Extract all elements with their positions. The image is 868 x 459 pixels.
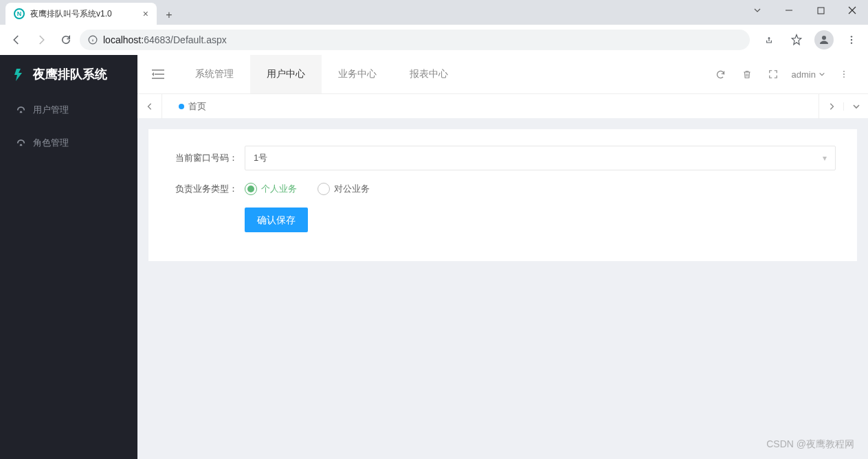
row-business-type: 负责业务类型： 个人业务 对公业务: [169, 183, 836, 195]
topnav-reports[interactable]: 报表中心: [393, 55, 465, 93]
collapse-sidebar-button[interactable]: [137, 69, 179, 80]
dashboard-icon: [15, 104, 26, 115]
topnav-system[interactable]: 系统管理: [179, 55, 250, 93]
svg-point-8: [851, 42, 852, 43]
address-bar[interactable]: localhost:64683/Default.aspx: [80, 30, 750, 50]
tabs-dropdown[interactable]: [843, 102, 868, 111]
new-tab-button[interactable]: +: [159, 5, 179, 25]
browser-chrome: N 夜鹰排队叫号系统v1.0 × +: [0, 0, 868, 55]
profile-button[interactable]: [813, 29, 835, 51]
label-window: 当前窗口号码：: [169, 152, 245, 164]
favicon-icon: N: [14, 8, 25, 19]
topbar: 系统管理 用户中心 业务中心 报表中心 admin: [137, 55, 868, 93]
kebab-menu-icon[interactable]: [841, 29, 863, 51]
trash-button[interactable]: [734, 55, 760, 93]
svg-point-14: [843, 76, 845, 78]
address-row: localhost:64683/Default.aspx: [0, 25, 868, 55]
bookmark-icon[interactable]: [786, 29, 808, 51]
sidebar-item-label: 角色管理: [33, 137, 69, 149]
close-window-button[interactable]: [836, 0, 868, 21]
svg-point-7: [851, 39, 852, 41]
dropdown-icon[interactable]: [742, 0, 773, 21]
svg-point-13: [843, 74, 845, 75]
watermark: CSDN @夜鹰教程网: [766, 438, 854, 451]
logo-icon: [12, 67, 26, 81]
row-submit: 确认保存: [169, 208, 836, 232]
radio-personal[interactable]: 个人业务: [245, 183, 297, 195]
dashboard-icon: [15, 137, 26, 148]
form-panel: 当前窗口号码： 1号 ▾ 负责业务类型： 个人业: [148, 129, 857, 261]
close-icon[interactable]: ×: [143, 8, 148, 19]
topnav-business[interactable]: 业务中心: [322, 55, 393, 93]
user-menu[interactable]: admin: [786, 69, 831, 80]
svg-rect-1: [818, 8, 824, 14]
page-tabs: 首页: [137, 93, 868, 118]
sidebar-item-roles[interactable]: 角色管理: [0, 126, 137, 159]
radio-corporate[interactable]: 对公业务: [318, 183, 370, 195]
refresh-button[interactable]: [708, 55, 734, 93]
sidebar-item-label: 用户管理: [33, 104, 69, 116]
maximize-button[interactable]: [805, 0, 836, 21]
sidebar: 夜鹰排队系统 用户管理 角色管理: [0, 55, 137, 459]
logo: 夜鹰排队系统: [0, 55, 137, 93]
site-info-icon[interactable]: [88, 35, 98, 45]
page-tab-home[interactable]: 首页: [173, 100, 212, 113]
tabs-scroll-right[interactable]: [819, 94, 843, 119]
share-icon[interactable]: [758, 29, 780, 51]
top-nav: 系统管理 用户中心 业务中心 报表中心: [179, 55, 465, 93]
tab-strip: N 夜鹰排队叫号系统v1.0 × +: [0, 0, 868, 25]
more-button[interactable]: [831, 55, 857, 93]
tab-title: 夜鹰排队叫号系统v1.0: [30, 8, 137, 20]
radio-icon: [245, 183, 257, 195]
active-dot-icon: [179, 104, 184, 109]
forward-button[interactable]: [30, 29, 52, 51]
biz-radio-group: 个人业务 对公业务: [245, 183, 836, 195]
svg-point-12: [843, 71, 845, 72]
url-text: localhost:64683/Default.aspx: [103, 34, 227, 45]
radio-icon: [318, 183, 330, 195]
main-area: 系统管理 用户中心 业务中心 报表中心 admin: [137, 55, 868, 459]
window-number-select[interactable]: 1号 ▾: [245, 146, 836, 170]
submit-button[interactable]: 确认保存: [245, 208, 308, 232]
chevron-down-icon: [819, 71, 825, 78]
logo-text: 夜鹰排队系统: [33, 66, 107, 82]
row-window-number: 当前窗口号码： 1号 ▾: [169, 146, 836, 170]
sidebar-item-users[interactable]: 用户管理: [0, 93, 137, 126]
label-biz: 负责业务类型：: [169, 183, 245, 195]
back-button[interactable]: [5, 29, 27, 51]
svg-point-5: [822, 36, 826, 40]
svg-point-6: [851, 36, 852, 37]
minimize-button[interactable]: [773, 0, 805, 21]
browser-tab[interactable]: N 夜鹰排队叫号系统v1.0 ×: [5, 3, 157, 25]
tabs-scroll-left[interactable]: [137, 94, 162, 119]
topnav-user-center[interactable]: 用户中心: [250, 55, 322, 93]
chevron-down-icon: ▾: [823, 153, 827, 163]
fullscreen-button[interactable]: [760, 55, 786, 93]
window-controls: [742, 0, 868, 21]
app-root: 夜鹰排队系统 用户管理 角色管理 系统管理 用户中心 业务中心 报表中心: [0, 55, 868, 459]
reload-button[interactable]: [55, 29, 77, 51]
content: 当前窗口号码： 1号 ▾ 负责业务类型： 个人业: [137, 118, 868, 459]
